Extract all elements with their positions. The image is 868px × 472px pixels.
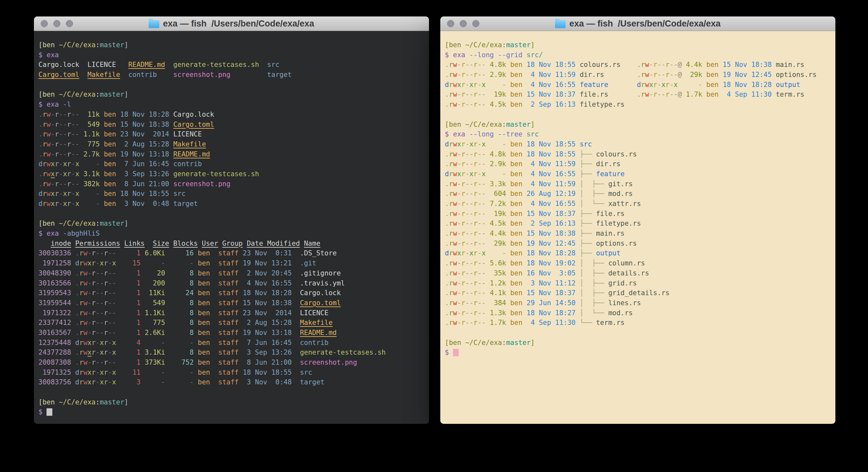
text-segment: x [88, 259, 92, 267]
text-segment: screenshot.png [173, 180, 230, 188]
text-segment: r [43, 130, 47, 138]
text-segment: 382k [83, 180, 100, 188]
text-segment [210, 339, 218, 347]
text-segment: -- [477, 61, 486, 68]
text-segment: dir.rs [580, 71, 604, 79]
text-segment [169, 170, 174, 178]
text-segment: staff [218, 279, 239, 287]
text-segment [71, 249, 75, 257]
terminal-line: 1971325 drwxr-xr-x 11 - - ben staff 18 N… [38, 367, 426, 378]
text-segment: │ └── [580, 200, 608, 208]
text-segment: w [83, 378, 88, 386]
text-segment: . [38, 150, 43, 158]
text-segment: r [473, 170, 478, 178]
text-segment: r [449, 309, 453, 317]
text-segment: target [300, 378, 324, 386]
text-segment: r [79, 249, 83, 257]
text-segment: r [104, 319, 108, 326]
text-segment: w [645, 90, 649, 98]
text-segment [100, 160, 104, 168]
terminal-line: $ exa [38, 50, 426, 60]
text-segment [772, 90, 776, 98]
text-segment: . [75, 299, 80, 307]
text-segment: r [449, 230, 453, 237]
minimize-button[interactable] [53, 20, 60, 27]
text-segment: r [91, 358, 96, 366]
text-segment: -- [465, 180, 473, 188]
terminal-line: 30030336 .rw-r--r-- 1 6.0Ki 16 ben staff… [38, 248, 426, 258]
titlebar[interactable]: exa — fish /Users/ben/Code/exa/exa [440, 17, 835, 31]
text-segment [576, 249, 580, 257]
text-segment: 11k [83, 111, 100, 118]
zoom-button[interactable] [472, 20, 479, 27]
text-segment: - [457, 230, 461, 237]
text-segment: w [46, 160, 51, 168]
text-segment: r [461, 279, 465, 287]
text-segment: ben [707, 90, 719, 98]
text-segment: -- [477, 210, 486, 217]
text-segment [116, 319, 120, 326]
text-segment: w [453, 269, 457, 277]
close-button[interactable] [447, 20, 454, 27]
text-segment: - [88, 289, 92, 297]
text-segment [522, 140, 527, 148]
text-segment: w [83, 368, 88, 376]
text-segment: w [83, 269, 88, 277]
text-segment [80, 111, 84, 118]
text-segment [506, 289, 510, 297]
text-segment: r [43, 190, 47, 198]
terminal-content-dark[interactable]: [ben ~/C/e/exa:master]$ exaCargo.lock LI… [34, 31, 429, 424]
terminal-line: [ben ~/C/e/exa:master] [445, 120, 832, 130]
text-segment: r [79, 259, 83, 267]
titlebar[interactable]: exa — fish /Users/ben/Code/exa/exa [34, 17, 429, 31]
zoom-button[interactable] [66, 20, 73, 27]
text-segment: w [83, 279, 88, 287]
text-segment: r [449, 210, 453, 217]
text-segment: w [453, 249, 457, 257]
text-segment: ben [510, 200, 522, 208]
terminal-line: .rw-r--r-- 5.6k ben 18 Nov 19:02 │ ├── c… [445, 258, 832, 268]
text-segment [506, 269, 510, 277]
text-segment: 8 Jun 21:00 [120, 180, 169, 188]
text-segment [194, 289, 198, 297]
text-segment [576, 279, 580, 287]
text-segment: . [75, 309, 80, 317]
text-segment: 26 Aug 12:19 [527, 190, 576, 198]
text-segment: x [63, 170, 67, 178]
text-segment [210, 319, 218, 326]
close-button[interactable] [41, 20, 48, 27]
text-segment: - [51, 130, 55, 138]
text-segment [116, 339, 120, 347]
text-segment [702, 81, 707, 89]
text-segment [576, 190, 580, 198]
text-segment: - [490, 249, 506, 257]
text-segment: 18 Nov 18:28 [120, 111, 169, 118]
text-segment [169, 140, 174, 148]
terminal-content-light[interactable]: [ben ~/C/e/exa:master]$ exa --long --gri… [440, 31, 835, 424]
text-segment: x [457, 249, 461, 257]
text-segment: - [96, 378, 100, 386]
text-segment: -- [71, 150, 79, 158]
text-segment [522, 230, 527, 237]
text-segment: ben [198, 249, 210, 257]
text-segment: x [674, 81, 678, 89]
text-segment: staff [218, 289, 239, 297]
text-segment: - [88, 358, 92, 366]
text-segment: 775 [145, 319, 165, 326]
text-segment: master [100, 398, 124, 406]
text-segment: git.rs [608, 180, 633, 188]
terminal-line [38, 387, 426, 397]
text-segment: r [55, 121, 59, 128]
text-segment: 4.4k [490, 230, 506, 237]
minimize-button[interactable] [460, 20, 467, 27]
text-segment [506, 140, 510, 148]
text-segment: ben [510, 299, 522, 307]
text-segment: LICENCE [88, 61, 116, 68]
terminal-line: .rw-r--r-- 2.7k ben 19 Nov 13:18 README.… [38, 149, 426, 159]
text-segment: 19k [490, 90, 506, 98]
text-segment: r [653, 71, 657, 79]
text-segment [169, 240, 174, 247]
text-segment: staff [218, 259, 239, 267]
text-segment: Size [153, 240, 169, 247]
text-segment [300, 240, 304, 247]
